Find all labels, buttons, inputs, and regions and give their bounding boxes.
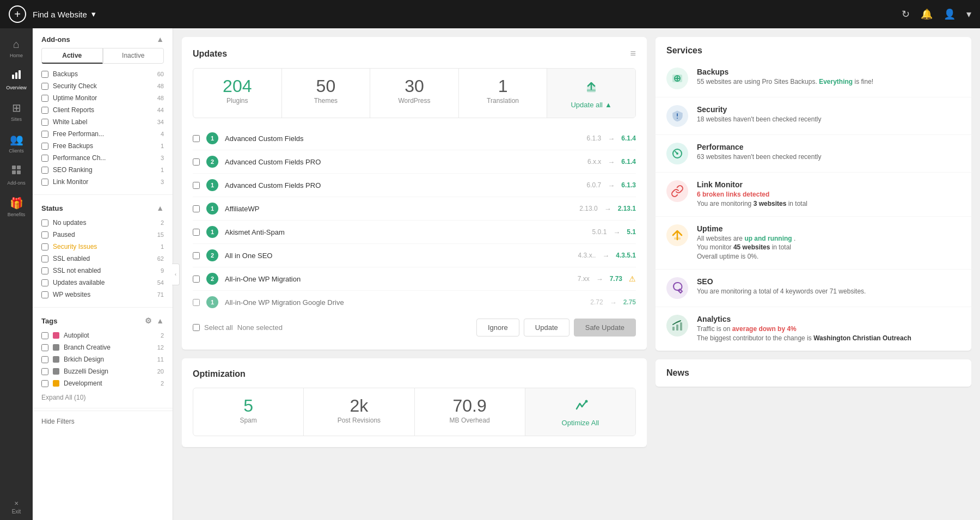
filter-tag-branch-checkbox[interactable]: [41, 344, 48, 351]
active-tab[interactable]: Active: [41, 48, 103, 64]
update-row-checkbox-3[interactable]: [193, 182, 200, 189]
filter-backups-label: Backups: [53, 70, 78, 78]
addons-collapse-icon[interactable]: ▲: [156, 35, 164, 44]
update-all-button[interactable]: Update all ▲: [571, 101, 611, 109]
expand-all-link[interactable]: Expand All (10): [41, 394, 164, 401]
inactive-tab[interactable]: Inactive: [103, 48, 164, 64]
user-chevron-icon[interactable]: ▾: [966, 8, 971, 20]
tags-settings-icon[interactable]: ⚙: [145, 316, 152, 325]
filter-ssl-not-enabled: SSL not enabled 9: [41, 265, 164, 277]
svg-rect-0: [12, 75, 14, 79]
tags-collapse-icon[interactable]: ▲: [156, 316, 164, 325]
table-row: 2 All-in-One WP Migration 7.xx → 7.73 ⚠: [193, 267, 636, 291]
filter-free-perf-checkbox[interactable]: [41, 131, 48, 138]
filter-tag-buzzelli-checkbox[interactable]: [41, 368, 48, 375]
side-nav: ⌂ Home Overview ⊞ Sites 👥 Clients: [0, 28, 33, 520]
addons-label: Add-ons: [7, 180, 26, 186]
filter-security-checkbox[interactable]: [41, 83, 48, 90]
sidebar-item-sites[interactable]: ⊞ Sites: [0, 96, 33, 127]
filter-paused-count: 15: [157, 231, 164, 238]
filter-ssl-not-enabled-checkbox[interactable]: [41, 267, 48, 274]
stat-wordpress-number: 30: [375, 77, 454, 95]
status-collapse-icon[interactable]: ▲: [156, 204, 164, 212]
stat-post-revisions-number: 2k: [308, 397, 409, 414]
bell-icon[interactable]: 🔔: [921, 8, 933, 20]
filter-ssl-enabled-checkbox[interactable]: [41, 255, 48, 262]
safe-update-button[interactable]: Safe Update: [574, 319, 636, 337]
ignore-button[interactable]: Ignore: [476, 319, 519, 337]
update-button[interactable]: Update: [524, 319, 569, 337]
stat-wordpress[interactable]: 30 WordPress: [370, 69, 459, 118]
update-from-2: 6.x.x: [587, 158, 601, 166]
filter-uptime-checkbox[interactable]: [41, 95, 48, 102]
filter-free-backups: Free Backups 1: [41, 140, 164, 152]
filter-seo-ranking-checkbox[interactable]: [41, 167, 48, 174]
optimize-all-button[interactable]: Optimize All: [562, 419, 599, 427]
update-row-checkbox-4[interactable]: [193, 205, 200, 212]
update-from-8: 2.72: [590, 298, 603, 306]
filter-seo-ranking-label: SEO Ranking: [53, 166, 93, 174]
uptime-monitor: You monitor: [697, 243, 733, 251]
sidebar-item-overview[interactable]: Overview: [0, 64, 33, 96]
filter-panel-toggle[interactable]: ‹: [172, 264, 180, 285]
stat-post-revisions[interactable]: 2k Post Revisions: [304, 388, 414, 436]
update-row-checkbox-5[interactable]: [193, 229, 200, 236]
stat-mb-overhead[interactable]: 70.9 MB Overhead: [415, 388, 525, 436]
updates-menu-icon[interactable]: ≡: [630, 48, 636, 59]
sidebar-item-benefits[interactable]: 🎁 Benefits: [0, 191, 33, 223]
seo-info: SEO You are monitoring a total of 4 keyw…: [697, 277, 960, 296]
stat-translation-label: Translation: [463, 97, 543, 105]
filter-updates-available-checkbox[interactable]: [41, 279, 48, 286]
update-row-checkbox-7[interactable]: [193, 276, 200, 283]
service-analytics: Analytics Traffic is on average down by …: [656, 307, 971, 351]
update-row-checkbox-6[interactable]: [193, 252, 200, 259]
filter-client-checkbox[interactable]: [41, 107, 48, 114]
select-all-checkbox[interactable]: [193, 324, 200, 331]
update-row-checkbox-1[interactable]: [193, 135, 200, 142]
update-badge-3: 1: [206, 179, 218, 191]
services-title: Services: [656, 37, 971, 60]
filter-tag-brkich-checkbox[interactable]: [41, 356, 48, 363]
filter-backups-checkbox[interactable]: [41, 71, 48, 78]
update-row-checkbox-8[interactable]: [193, 299, 200, 306]
filter-panel: Add-ons ▲ Active Inactive Backups 60: [33, 28, 173, 520]
sites-icon: ⊞: [12, 101, 21, 114]
refresh-icon[interactable]: ↻: [902, 8, 910, 20]
sidebar-item-addons[interactable]: Add-ons: [0, 159, 33, 191]
stat-optimize-all[interactable]: Optimize All: [525, 388, 635, 436]
filter-link-monitor-checkbox[interactable]: [41, 179, 48, 186]
filter-client-count: 44: [157, 107, 164, 113]
filter-tag-development-label: Development: [64, 380, 102, 387]
stat-themes[interactable]: 50 Themes: [282, 69, 371, 118]
sidebar-item-home[interactable]: ⌂ Home: [0, 33, 33, 64]
exit-button[interactable]: ✕ Exit: [12, 495, 21, 520]
filter-white-label-checkbox[interactable]: [41, 119, 48, 126]
optimize-icon: [572, 397, 589, 417]
filter-tag-autopilot-checkbox[interactable]: [41, 332, 48, 339]
hide-filters-button[interactable]: Hide Filters: [33, 411, 173, 432]
filter-security-count: 48: [157, 83, 164, 89]
filter-perf-ch-count: 3: [161, 155, 164, 161]
filter-wp-websites-checkbox[interactable]: [41, 291, 48, 298]
stat-update-all[interactable]: Update all ▲: [547, 69, 635, 118]
stat-themes-label: Themes: [286, 97, 366, 105]
update-name-8: All-in-One WP Migration Google Drive: [225, 298, 584, 307]
user-icon[interactable]: 👤: [944, 8, 955, 20]
add-button[interactable]: +: [9, 5, 26, 23]
stat-plugins[interactable]: 204 Plugins: [193, 69, 282, 118]
status-section-title: Status: [41, 204, 63, 212]
filter-free-backups-checkbox[interactable]: [41, 143, 48, 150]
filter-security-issues: Security Issues 1: [41, 241, 164, 253]
stat-translation[interactable]: 1 Translation: [459, 69, 548, 118]
update-row-checkbox-2[interactable]: [193, 158, 200, 166]
filter-paused-checkbox[interactable]: [41, 231, 48, 238]
link-monitor-info: Link Monitor 6 broken links detected You…: [697, 180, 960, 209]
find-website-dropdown[interactable]: Find a Website ▾: [33, 9, 96, 19]
sidebar-item-clients[interactable]: 👥 Clients: [0, 127, 33, 159]
filter-tag-development-checkbox[interactable]: [41, 380, 48, 387]
updates-stats-row: 204 Plugins 50 Themes 30 WordPress 1 Tra…: [193, 68, 636, 118]
filter-security-issues-checkbox[interactable]: [41, 243, 48, 250]
filter-perf-ch-checkbox[interactable]: [41, 155, 48, 162]
filter-no-updates-checkbox[interactable]: [41, 219, 48, 227]
stat-spam[interactable]: 5 Spam: [193, 388, 304, 436]
